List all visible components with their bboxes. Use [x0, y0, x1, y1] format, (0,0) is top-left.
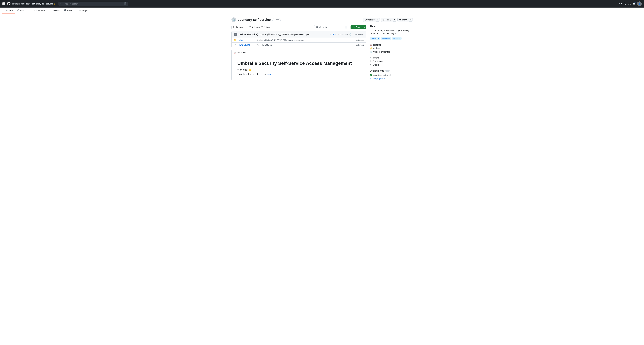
- about-description: This repository is automaticallt generat…: [370, 29, 413, 35]
- tab-actions-label: Actions: [53, 9, 60, 12]
- divider2: [370, 55, 413, 55]
- star-button[interactable]: Star 0: [398, 18, 409, 22]
- sidebar-forks-link[interactable]: 0 forks: [370, 63, 413, 67]
- toolbar-row: main ▾ 1 Branch 0 Tags: [232, 25, 366, 29]
- create-new-button[interactable]: + ▾: [619, 2, 622, 5]
- actions-tab-icon: [50, 9, 52, 12]
- repo-name-breadcrumb[interactable]: boundary-self-service: [32, 2, 53, 5]
- about-title: About: [370, 25, 413, 27]
- tab-code[interactable]: Code: [2, 7, 15, 14]
- topic-hashicorp[interactable]: hashicorp: [370, 37, 380, 40]
- star-btn-group: Star 0 ▾: [398, 18, 412, 22]
- tab-pull-requests[interactable]: Pull requests: [28, 7, 48, 14]
- global-search[interactable]: Type / to search /: [58, 1, 128, 6]
- fork-btn-group: Fork 0 ▾: [381, 18, 396, 22]
- commit-author-avatar: ⚙: [234, 33, 238, 36]
- watch-button[interactable]: Watch 0: [363, 18, 376, 22]
- more-deployments-link[interactable]: + 13 deployments: [370, 77, 413, 80]
- topic-boundary[interactable]: boundary: [381, 37, 391, 40]
- hamburger-menu[interactable]: [2, 2, 5, 5]
- file-row: 📁 .github Update .github/ISSUE_TEMPLATE/…: [232, 38, 366, 42]
- deployments-count: 14: [386, 70, 390, 72]
- fork-button[interactable]: Fork 0: [381, 18, 393, 22]
- commit-header: ⚙ hashiconf-2024[bot] Update .github/ISS…: [232, 31, 366, 38]
- watching-label: 0 watching: [373, 60, 382, 62]
- top-nav-right: + ▾ 👤: [619, 1, 642, 6]
- repo-name-title[interactable]: boundary-self-service: [238, 18, 271, 22]
- sidebar-activity-link[interactable]: ⚡ Activity: [370, 46, 413, 50]
- watch-caret[interactable]: ▾: [376, 18, 380, 22]
- readme-link-icon: 📖: [370, 44, 372, 46]
- fork-caret[interactable]: ▾: [393, 18, 396, 22]
- readme-section: 📖 README Umbrella Security Self-Service …: [232, 50, 366, 80]
- file-commit-msg-readme: Add README.md: [257, 44, 354, 46]
- commit-count[interactable]: 178 Commits: [352, 33, 364, 35]
- branch-tag-area: 1 Branch 0 Tags: [249, 26, 270, 28]
- branch-selector[interactable]: main ▾: [232, 25, 247, 29]
- activity-link-icon: ⚡: [370, 47, 372, 49]
- repo-tabs: Code Issues Pull requests Actions Securi…: [0, 7, 644, 14]
- sidebar-stars-link[interactable]: ☆ 0 stars: [370, 56, 413, 59]
- tags-link[interactable]: 0 Tags: [262, 26, 270, 28]
- goto-file-placeholder: Go to file: [319, 26, 328, 28]
- branches-link[interactable]: 1 Branch: [249, 26, 260, 28]
- issues-icon-btn[interactable]: [623, 2, 626, 5]
- code-button[interactable]: Code: [350, 25, 362, 29]
- divider: [370, 42, 413, 42]
- notifications-icon-btn[interactable]: [632, 2, 636, 5]
- sidebar-watching-link[interactable]: 👁 0 watching: [370, 59, 413, 63]
- file-name-readme[interactable]: README.md: [238, 44, 256, 46]
- tab-actions[interactable]: Actions: [48, 7, 62, 14]
- commit-time: last week: [340, 33, 348, 35]
- org-name[interactable]: umbrella-cloud-tech: [12, 2, 30, 5]
- breadcrumb-separator: /: [31, 2, 31, 5]
- sidebar-custom-properties-link[interactable]: 🗒️ Custom properties: [370, 50, 413, 53]
- security-tab-icon: [64, 9, 66, 12]
- deployment-name[interactable]: sensitive: [373, 74, 382, 76]
- issues-tab-icon: [17, 9, 19, 12]
- goto-file-input[interactable]: Go to file t: [314, 25, 349, 29]
- goto-file-area: Go to file t: [314, 25, 349, 29]
- deployment-time: last week: [382, 74, 391, 76]
- tab-security[interactable]: Security: [62, 7, 77, 14]
- about-section: About This repository is automaticallt g…: [370, 25, 413, 67]
- top-nav: umbrella-cloud-tech / boundary-self-serv…: [0, 0, 644, 7]
- repo-header: 🛡️ boundary-self-service Private Watch 0…: [232, 17, 413, 22]
- commit-history-icon: 🕐: [349, 33, 352, 35]
- goto-kbd: t: [345, 26, 347, 28]
- readme-issue-link[interactable]: issue: [266, 73, 272, 75]
- slash-badge: /: [124, 2, 126, 5]
- folder-icon: 📁: [234, 39, 236, 41]
- readme-title: README: [238, 51, 246, 54]
- deployment-status-icon: ✓: [370, 74, 372, 76]
- code-btn-wrap: Code ▾: [350, 25, 366, 29]
- github-logo[interactable]: [7, 2, 10, 5]
- user-avatar[interactable]: 👤: [637, 1, 642, 6]
- commit-message: Update .github/ISSUE_TEMPLATE/request-ac…: [260, 33, 310, 35]
- sidebar-readme-link[interactable]: 📖 Readme: [370, 43, 413, 46]
- tab-insights-label: Insights: [82, 9, 89, 12]
- topic-issueops[interactable]: issueops: [392, 37, 402, 40]
- repo-breadcrumb: umbrella-cloud-tech / boundary-self-serv…: [12, 2, 56, 5]
- file-row: 📄 README.md Add README.md last week: [232, 42, 366, 47]
- notification-dot: [634, 2, 636, 3]
- tab-pr-label: Pull requests: [34, 9, 45, 12]
- commit-author[interactable]: hashiconf-2024[bot]: [239, 33, 258, 35]
- commit-hash[interactable]: 182db31: [329, 33, 337, 35]
- file-time-readme: last week: [356, 44, 364, 46]
- star-caret[interactable]: ▾: [409, 18, 413, 22]
- tab-issues[interactable]: Issues: [15, 7, 28, 14]
- activity-link-label: Activity: [373, 47, 380, 49]
- pull-requests-icon-btn[interactable]: [628, 2, 631, 5]
- repo-actions: Watch 0 ▾ Fork 0 ▾ Star 0: [363, 18, 413, 22]
- file-name-github[interactable]: .github: [238, 39, 256, 41]
- custom-props-icon: 🗒️: [370, 51, 372, 53]
- topic-tags: hashicorp boundary issueops: [370, 37, 413, 40]
- tab-insights[interactable]: Insights: [77, 7, 91, 14]
- file-commit-msg-github: Update .github/ISSUE_TEMPLATE/request-ac…: [257, 39, 354, 41]
- insights-tab-icon: [79, 9, 81, 12]
- branch-caret: ▾: [244, 26, 246, 28]
- deployment-item: ✓ sensitive last week: [370, 73, 413, 77]
- code-btn-caret[interactable]: ▾: [362, 25, 366, 29]
- readme-book-icon: 📖: [234, 51, 236, 54]
